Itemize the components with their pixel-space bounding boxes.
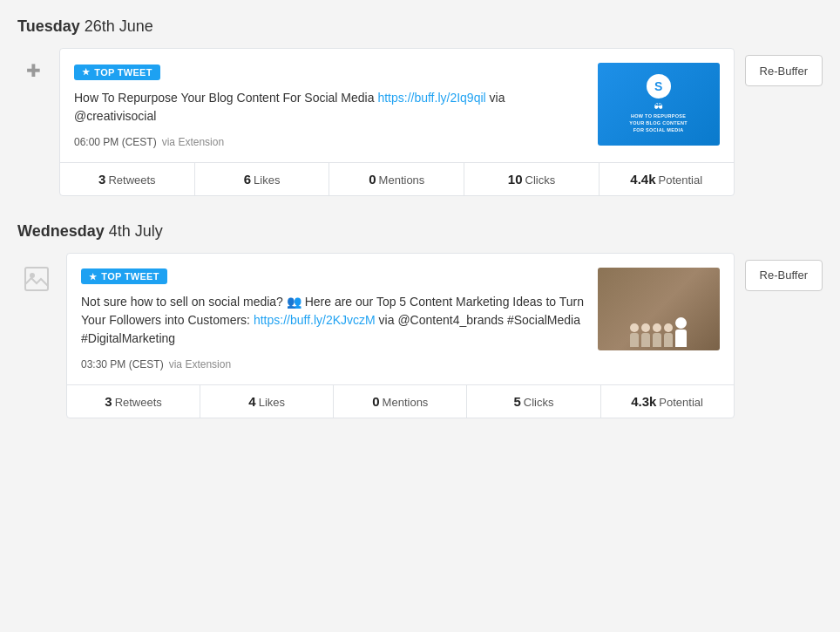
stat-potential: 4.3kPotential xyxy=(601,385,734,418)
tweet-card: ★TOP TWEETHow To Repurpose Your Blog Con… xyxy=(59,48,735,196)
top-tweet-badge: ★TOP TWEET xyxy=(81,268,167,284)
person-body xyxy=(664,333,673,347)
day-section-tuesday: Tuesday 26th June✚★TOP TWEETHow To Repur… xyxy=(17,17,823,196)
stat-label: Mentions xyxy=(379,173,425,187)
stat-likes: 4Likes xyxy=(200,385,334,418)
stats-row: 3Retweets4Likes0Mentions5Clicks4.3kPoten… xyxy=(67,384,734,418)
stat-number: 3 xyxy=(105,394,112,409)
stat-number: 4.4k xyxy=(630,172,655,187)
stat-label: Likes xyxy=(254,173,280,187)
tweet-link[interactable]: https://buff.ly/2KJvczM xyxy=(254,313,376,327)
person-head xyxy=(653,323,661,332)
stat-retweets: 3Retweets xyxy=(60,163,195,195)
stat-mentions: 0Mentions xyxy=(329,163,464,195)
tweet-meta: 03:30 PM (CEST)via Extension xyxy=(81,358,586,370)
stat-number: 0 xyxy=(369,172,376,187)
star-icon: ★ xyxy=(89,272,97,282)
person-figure xyxy=(630,323,639,347)
svg-point-1 xyxy=(30,273,35,278)
stat-label: Retweets xyxy=(115,396,162,409)
stat-number: 4.3k xyxy=(631,394,656,409)
person-body xyxy=(630,333,639,347)
tweet-content: ★TOP TWEETHow To Repurpose Your Blog Con… xyxy=(74,63,586,148)
buffer-logo: S xyxy=(647,74,671,99)
day-heading: Wednesday 4th July xyxy=(17,222,823,241)
leader-head xyxy=(675,317,687,329)
person-head xyxy=(664,323,673,332)
stat-number: 0 xyxy=(372,394,379,409)
stat-number: 10 xyxy=(508,172,523,187)
tweet-meta: 06:00 PM (CEST)via Extension xyxy=(74,136,586,148)
tweet-image xyxy=(598,268,720,350)
svg-rect-0 xyxy=(25,268,48,290)
rebuffer-button[interactable]: Re-Buffer xyxy=(745,55,823,86)
stat-clicks: 5Clicks xyxy=(467,385,600,418)
tweet-via: via Extension xyxy=(162,136,224,148)
stat-number: 5 xyxy=(513,394,520,409)
person-figure xyxy=(641,323,650,347)
person-head xyxy=(641,323,650,332)
stat-number: 4 xyxy=(248,394,255,409)
tweet-image: S 🕶 HOW TO REPURPOSEYOUR BLOG CONTENTFOR… xyxy=(598,63,720,146)
tweet-via: via Extension xyxy=(169,358,231,370)
stat-label: Clicks xyxy=(525,173,556,187)
badge-label: TOP TWEET xyxy=(94,67,152,78)
tweet-text: How To Repurpose Your Blog Content For S… xyxy=(74,89,586,126)
stat-label: Potential xyxy=(659,396,703,409)
tweet-card: ★TOP TWEETNot sure how to sell on social… xyxy=(66,253,735,419)
leader-body xyxy=(675,330,687,347)
stat-retweets: 3Retweets xyxy=(67,385,200,418)
stat-mentions: 0Mentions xyxy=(334,385,467,418)
badge-label: TOP TWEET xyxy=(101,271,159,282)
person-head xyxy=(630,323,639,332)
stat-label: Likes xyxy=(259,396,285,409)
tweet-row: ★TOP TWEETNot sure how to sell on social… xyxy=(17,253,823,419)
stats-row: 3Retweets6Likes0Mentions10Clicks4.4kPote… xyxy=(60,162,734,195)
day-heading: Tuesday 26th June xyxy=(17,17,823,36)
stat-likes: 6Likes xyxy=(195,163,330,195)
stat-label: Retweets xyxy=(108,173,155,187)
stat-label: Mentions xyxy=(383,396,429,409)
tweet-body: ★TOP TWEETHow To Repurpose Your Blog Con… xyxy=(60,49,734,162)
tweet-link[interactable]: https://buff.ly/2Iq9qil xyxy=(377,91,485,105)
top-tweet-badge: ★TOP TWEET xyxy=(74,65,160,80)
tweet-time: 06:00 PM (CEST) xyxy=(74,136,157,148)
person-figure xyxy=(653,323,661,347)
tweet-time: 03:30 PM (CEST) xyxy=(81,358,164,370)
rebuffer-button[interactable]: Re-Buffer xyxy=(745,260,823,291)
stat-label: Potential xyxy=(659,173,703,187)
tweet-text: Not sure how to sell on social media? 👥 … xyxy=(81,293,586,348)
stat-number: 6 xyxy=(244,172,251,187)
drag-handle[interactable]: ✚ xyxy=(17,55,49,86)
person-body xyxy=(653,333,661,347)
tweet-row: ✚★TOP TWEETHow To Repurpose Your Blog Co… xyxy=(17,48,823,196)
stat-label: Clicks xyxy=(524,396,554,409)
day-section-wednesday: Wednesday 4th July ★TOP TWEETNot sure ho… xyxy=(17,222,823,419)
stat-clicks: 10Clicks xyxy=(464,163,600,195)
leader-figure xyxy=(675,317,687,347)
person-body xyxy=(641,333,650,347)
stat-number: 3 xyxy=(98,172,105,187)
tweet-body: ★TOP TWEETNot sure how to sell on social… xyxy=(67,254,734,385)
stat-potential: 4.4kPotential xyxy=(600,163,734,195)
person-figure xyxy=(664,323,673,347)
image-placeholder-icon xyxy=(17,260,56,298)
tweet-content: ★TOP TWEETNot sure how to sell on social… xyxy=(81,268,586,371)
star-icon: ★ xyxy=(82,67,90,77)
